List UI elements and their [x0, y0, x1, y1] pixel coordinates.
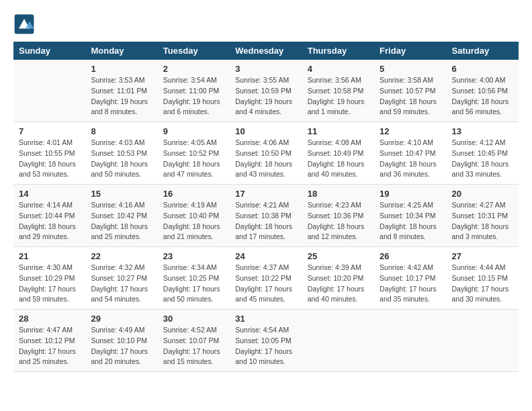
calendar-cell: 25Sunrise: 4:39 AM Sunset: 10:20 PM Dayl… [302, 247, 374, 310]
day-number: 1 [91, 64, 152, 74]
day-info: Sunrise: 3:53 AM Sunset: 11:01 PM Daylig… [91, 75, 152, 118]
calendar-cell: 5Sunrise: 3:58 AM Sunset: 10:57 PM Dayli… [374, 60, 446, 122]
day-info: Sunrise: 4:14 AM Sunset: 10:44 PM Daylig… [19, 200, 80, 242]
calendar-cell: 19Sunrise: 4:25 AM Sunset: 10:34 PM Dayl… [374, 185, 446, 247]
day-number: 6 [452, 64, 513, 74]
logo [13, 13, 38, 35]
calendar-cell: 21Sunrise: 4:30 AM Sunset: 10:29 PM Dayl… [13, 247, 85, 310]
calendar-cell: 24Sunrise: 4:37 AM Sunset: 10:22 PM Dayl… [230, 247, 302, 310]
day-number: 20 [452, 189, 513, 199]
day-info: Sunrise: 4:00 AM Sunset: 10:56 PM Daylig… [452, 75, 513, 118]
day-info: Sunrise: 3:56 AM Sunset: 10:58 PM Daylig… [308, 75, 369, 118]
column-header-wednesday: Wednesday [230, 42, 302, 60]
calendar-cell: 16Sunrise: 4:19 AM Sunset: 10:40 PM Dayl… [158, 185, 230, 247]
calendar-cell: 10Sunrise: 4:06 AM Sunset: 10:50 PM Dayl… [230, 122, 302, 185]
calendar-cell: 9Sunrise: 4:05 AM Sunset: 10:52 PM Dayli… [158, 122, 230, 185]
calendar-header-row: SundayMondayTuesdayWednesdayThursdayFrid… [13, 42, 519, 60]
day-info: Sunrise: 4:42 AM Sunset: 10:17 PM Daylig… [380, 263, 441, 305]
day-number: 15 [91, 189, 152, 199]
day-info: Sunrise: 4:47 AM Sunset: 10:12 PM Daylig… [19, 325, 80, 367]
calendar-cell: 26Sunrise: 4:42 AM Sunset: 10:17 PM Dayl… [374, 247, 446, 310]
column-header-saturday: Saturday [447, 42, 519, 60]
column-header-tuesday: Tuesday [158, 42, 230, 60]
day-info: Sunrise: 4:16 AM Sunset: 10:42 PM Daylig… [91, 200, 152, 242]
calendar-cell: 31Sunrise: 4:54 AM Sunset: 10:05 PM Dayl… [230, 310, 302, 372]
day-number: 10 [235, 126, 296, 136]
calendar-cell: 2Sunrise: 3:54 AM Sunset: 11:00 PM Dayli… [158, 60, 230, 122]
day-number: 31 [235, 314, 296, 324]
day-info: Sunrise: 3:55 AM Sunset: 10:59 PM Daylig… [235, 75, 296, 118]
calendar-table: SundayMondayTuesdayWednesdayThursdayFrid… [13, 42, 519, 372]
day-info: Sunrise: 4:30 AM Sunset: 10:29 PM Daylig… [19, 263, 80, 305]
day-number: 19 [380, 189, 441, 199]
day-info: Sunrise: 4:27 AM Sunset: 10:31 PM Daylig… [452, 200, 513, 242]
calendar-cell: 20Sunrise: 4:27 AM Sunset: 10:31 PM Dayl… [447, 185, 519, 247]
day-number: 8 [91, 126, 152, 136]
day-number: 27 [452, 251, 513, 261]
calendar-week-row: 28Sunrise: 4:47 AM Sunset: 10:12 PM Dayl… [13, 310, 519, 372]
calendar-cell: 23Sunrise: 4:34 AM Sunset: 10:25 PM Dayl… [158, 247, 230, 310]
calendar-cell: 17Sunrise: 4:21 AM Sunset: 10:38 PM Dayl… [230, 185, 302, 247]
calendar-cell: 7Sunrise: 4:01 AM Sunset: 10:55 PM Dayli… [13, 122, 85, 185]
day-number: 22 [91, 251, 152, 261]
day-info: Sunrise: 4:52 AM Sunset: 10:07 PM Daylig… [163, 325, 224, 367]
calendar-week-row: 14Sunrise: 4:14 AM Sunset: 10:44 PM Dayl… [13, 185, 519, 247]
day-info: Sunrise: 4:01 AM Sunset: 10:55 PM Daylig… [19, 138, 80, 180]
day-info: Sunrise: 4:34 AM Sunset: 10:25 PM Daylig… [163, 263, 224, 305]
day-info: Sunrise: 4:21 AM Sunset: 10:38 PM Daylig… [235, 200, 296, 242]
day-info: Sunrise: 4:19 AM Sunset: 10:40 PM Daylig… [163, 200, 224, 242]
calendar-cell: 30Sunrise: 4:52 AM Sunset: 10:07 PM Dayl… [158, 310, 230, 372]
calendar-cell [13, 60, 85, 122]
day-number: 4 [308, 64, 369, 74]
calendar-cell: 11Sunrise: 4:08 AM Sunset: 10:49 PM Dayl… [302, 122, 374, 185]
calendar-cell [302, 310, 374, 372]
calendar-cell: 15Sunrise: 4:16 AM Sunset: 10:42 PM Dayl… [85, 185, 157, 247]
calendar-cell: 13Sunrise: 4:12 AM Sunset: 10:45 PM Dayl… [447, 122, 519, 185]
day-info: Sunrise: 4:54 AM Sunset: 10:05 PM Daylig… [235, 325, 296, 367]
logo-icon [13, 13, 35, 35]
day-info: Sunrise: 4:32 AM Sunset: 10:27 PM Daylig… [91, 263, 152, 305]
calendar-cell: 6Sunrise: 4:00 AM Sunset: 10:56 PM Dayli… [447, 60, 519, 122]
calendar-cell: 14Sunrise: 4:14 AM Sunset: 10:44 PM Dayl… [13, 185, 85, 247]
day-number: 24 [235, 251, 296, 261]
day-number: 28 [19, 314, 80, 324]
day-number: 9 [163, 126, 224, 136]
day-number: 14 [19, 189, 80, 199]
day-number: 16 [163, 189, 224, 199]
page-header [13, 13, 519, 35]
day-number: 23 [163, 251, 224, 261]
day-number: 12 [380, 126, 441, 136]
calendar-cell: 27Sunrise: 4:44 AM Sunset: 10:15 PM Dayl… [447, 247, 519, 310]
calendar-cell: 8Sunrise: 4:03 AM Sunset: 10:53 PM Dayli… [85, 122, 157, 185]
calendar-cell: 12Sunrise: 4:10 AM Sunset: 10:47 PM Dayl… [374, 122, 446, 185]
calendar-cell [447, 310, 519, 372]
day-info: Sunrise: 4:44 AM Sunset: 10:15 PM Daylig… [452, 263, 513, 305]
day-info: Sunrise: 4:05 AM Sunset: 10:52 PM Daylig… [163, 138, 224, 180]
calendar-cell: 28Sunrise: 4:47 AM Sunset: 10:12 PM Dayl… [13, 310, 85, 372]
day-number: 2 [163, 64, 224, 74]
calendar-cell: 1Sunrise: 3:53 AM Sunset: 11:01 PM Dayli… [85, 60, 157, 122]
column-header-thursday: Thursday [302, 42, 374, 60]
day-number: 3 [235, 64, 296, 74]
day-number: 17 [235, 189, 296, 199]
column-header-sunday: Sunday [13, 42, 85, 60]
calendar-week-row: 21Sunrise: 4:30 AM Sunset: 10:29 PM Dayl… [13, 247, 519, 310]
day-number: 29 [91, 314, 152, 324]
day-number: 18 [308, 189, 369, 199]
day-number: 11 [308, 126, 369, 136]
day-number: 26 [380, 251, 441, 261]
day-number: 5 [380, 64, 441, 74]
day-info: Sunrise: 4:23 AM Sunset: 10:36 PM Daylig… [308, 200, 369, 242]
day-info: Sunrise: 3:54 AM Sunset: 11:00 PM Daylig… [163, 75, 224, 118]
day-number: 7 [19, 126, 80, 136]
day-number: 21 [19, 251, 80, 261]
calendar-week-row: 1Sunrise: 3:53 AM Sunset: 11:01 PM Dayli… [13, 60, 519, 122]
column-header-monday: Monday [85, 42, 157, 60]
calendar-week-row: 7Sunrise: 4:01 AM Sunset: 10:55 PM Dayli… [13, 122, 519, 185]
day-info: Sunrise: 4:39 AM Sunset: 10:20 PM Daylig… [308, 263, 369, 305]
day-info: Sunrise: 4:37 AM Sunset: 10:22 PM Daylig… [235, 263, 296, 305]
day-info: Sunrise: 4:08 AM Sunset: 10:49 PM Daylig… [308, 138, 369, 180]
day-info: Sunrise: 4:10 AM Sunset: 10:47 PM Daylig… [380, 138, 441, 180]
day-info: Sunrise: 4:03 AM Sunset: 10:53 PM Daylig… [91, 138, 152, 180]
calendar-cell: 18Sunrise: 4:23 AM Sunset: 10:36 PM Dayl… [302, 185, 374, 247]
